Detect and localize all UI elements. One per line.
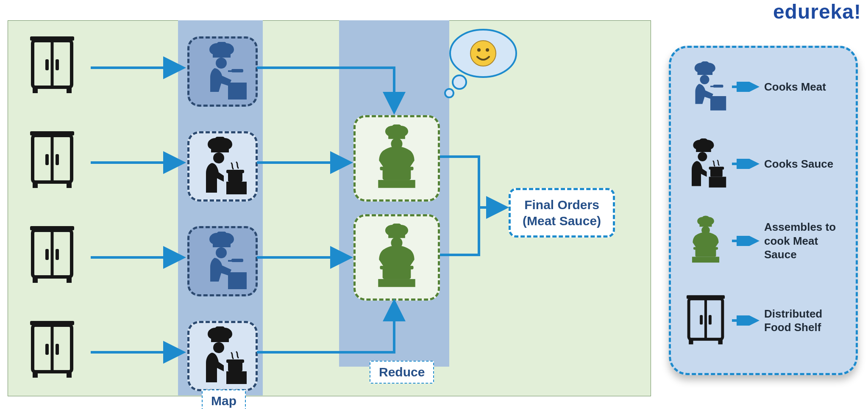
legend-panel: Cooks Meat Cooks Sauce Assembles to cook… [669,46,858,375]
cabinet-icon [680,295,731,346]
legend-text: Assembles to cook Meat Sauce [761,220,846,262]
map-node-4 [187,321,258,391]
input-cabinet-4 [20,318,84,382]
final-output-box: Final Orders (Meat Sauce) [509,188,615,238]
legend-text: Distributed Food Shelf [761,307,846,334]
map-label: Map [202,390,246,409]
input-cabinet-1 [20,34,84,97]
legend-row-1: Cooks Meat [680,61,846,112]
map-node-2 [187,131,258,202]
chef-green-icon [365,224,428,291]
final-line2: (Meat Sauce) [523,214,601,228]
input-cabinet-3 [20,224,84,287]
svg-point-20 [453,75,466,89]
arrow-icon [731,236,761,246]
reduce-node-1 [353,115,440,202]
brand-logo: edureka! [773,0,861,23]
svg-point-21 [445,89,453,97]
chef-black-icon [195,137,250,196]
thought-bubble-smiley [437,24,521,104]
legend-row-2: Cooks Sauce [680,138,846,189]
map-node-1 [187,36,258,107]
chef-blue-icon [195,232,250,291]
chef-black-icon [680,138,731,189]
legend-row-3: Assembles to cook Meat Sauce [680,216,846,266]
chef-green-icon [365,124,428,192]
map-node-3 [187,226,258,296]
input-cabinet-2 [20,129,84,192]
svg-point-23 [477,48,481,52]
svg-point-24 [486,48,489,52]
chef-blue-icon [195,42,250,101]
reduce-label: Reduce [370,361,434,384]
final-line1: Final Orders [524,198,599,212]
chef-blue-icon [680,61,731,112]
arrow-icon [731,315,761,326]
arrow-icon [731,82,761,92]
chef-black-icon [195,326,250,386]
diagram-stage: edureka! edureka! edureka! edureka! edur… [0,0,868,409]
legend-text: Cooks Meat [761,80,846,94]
svg-point-22 [470,41,496,66]
arrow-icon [731,159,761,169]
legend-row-4: Distributed Food Shelf [680,295,846,346]
legend-text: Cooks Sauce [761,157,846,171]
reduce-node-2 [353,214,440,301]
chef-green-icon [680,216,731,266]
